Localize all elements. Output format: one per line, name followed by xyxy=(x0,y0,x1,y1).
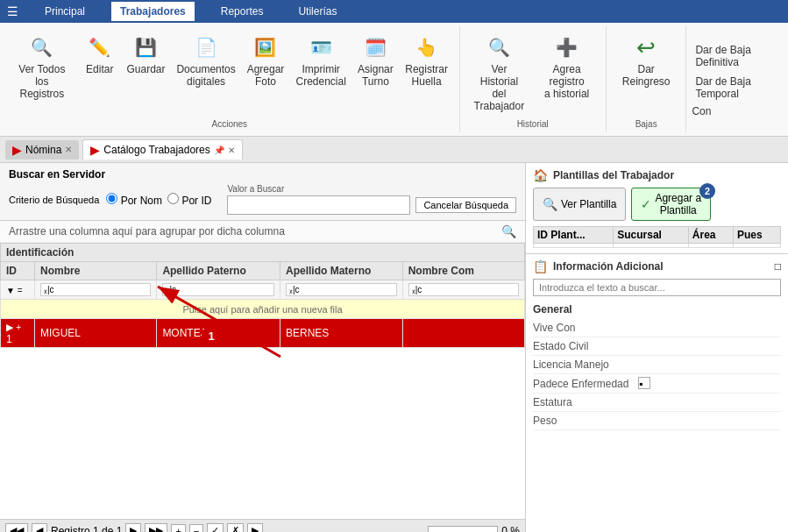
menu-tab-reportes[interactable]: Reportes xyxy=(212,2,273,21)
historial-button[interactable]: 🔍 Ver Historial del Trabajador xyxy=(467,30,532,116)
baja-definitiva-button[interactable]: Dar de Baja Definitiva xyxy=(692,42,783,70)
huella-button[interactable]: 👆 Registrar Huella xyxy=(401,30,452,91)
plantillas-section: 🏠 Plantillas del Trabajador 🔍 Ver Planti… xyxy=(526,163,788,254)
ribbon-group-bajas: ↩ Dar Reingreso Bajas xyxy=(607,26,687,132)
row-indicator-cell: ▶ + 1 xyxy=(1,319,35,348)
filter-nombre-com[interactable] xyxy=(408,283,519,296)
info-header: 📋 Información Adicional □ xyxy=(533,259,781,273)
nav-confirm-button[interactable]: ✓ xyxy=(207,523,224,532)
ver-plantilla-button[interactable]: 🔍 Ver Plantilla xyxy=(533,188,626,221)
baja-temporal-button[interactable]: Dar de Baja Temporal xyxy=(692,74,783,102)
status-bar: ◀◀ ◀ Registro 1 de 1 ▶ ▶▶ + − ✓ ✗ ▶ 0 % xyxy=(0,519,525,532)
radio-por-id[interactable] xyxy=(167,193,179,204)
progress-text: 0 % xyxy=(501,525,520,533)
add-historial-icon: ➕ xyxy=(553,33,581,61)
row-nombre-com xyxy=(402,319,524,348)
valor-buscar-label: Valor a Buscar xyxy=(227,184,516,194)
col-id-plant: ID Plant... xyxy=(534,227,614,244)
nomina-tab-icon: ▶ xyxy=(12,143,22,157)
nav-add-button[interactable]: + xyxy=(171,524,185,533)
main-content: Buscar en Servidor Criterio de Búsqueda … xyxy=(0,163,788,532)
col-pues: Pues xyxy=(733,227,780,244)
col-area: Área xyxy=(688,227,733,244)
padece-checkbox[interactable]: ▪ xyxy=(638,377,650,389)
search-area: Buscar en Servidor Criterio de Búsqueda … xyxy=(0,163,525,221)
filter-row: ▼ = xyxy=(1,280,525,300)
left-panel: Buscar en Servidor Criterio de Búsqueda … xyxy=(0,163,526,532)
filter-ap-materno[interactable] xyxy=(286,283,397,296)
menu-tab-trabajadores[interactable]: Trabajadores xyxy=(111,2,195,21)
nav-delete-button[interactable]: − xyxy=(189,524,203,533)
add-row-hint-row[interactable]: Pulse aquí para añadir una nueva fila xyxy=(1,300,525,319)
ver-plantilla-icon: 🔍 xyxy=(543,197,557,211)
nav-next-button[interactable]: ▶ xyxy=(125,523,141,532)
catalogo-close-icon[interactable]: ✕ xyxy=(228,145,235,155)
credencial-button[interactable]: 🪪 Imprimir Credencial xyxy=(292,30,350,91)
col-ap-paterno: Apellido Paterno xyxy=(157,262,280,280)
table-container: 1 Identificación ID Nombre Apellido Pate… xyxy=(0,243,525,519)
info-title: Información Adicional xyxy=(553,260,664,273)
ribbon: 🔍 Ver Todos los Registros ✏️ Editar 💾 Gu… xyxy=(0,23,788,137)
drag-hint: Arrastre una columna aquí para agrupar p… xyxy=(0,221,525,243)
search-title: Buscar en Servidor xyxy=(9,168,105,181)
document-icon: 📄 xyxy=(192,33,220,61)
agrea-button[interactable]: ➕ Agrea registro a historial xyxy=(535,30,599,103)
info-expand-icon[interactable]: □ xyxy=(775,260,781,273)
col-nombre: Nombre xyxy=(35,262,157,280)
nomina-close-icon[interactable]: ✕ xyxy=(65,145,72,154)
col-ap-materno: Apellido Materno xyxy=(280,262,402,280)
guardar-button[interactable]: 💾 Guardar xyxy=(123,30,170,79)
search-icon: 🔍 xyxy=(28,33,56,61)
info-search-input[interactable] xyxy=(533,279,781,296)
nav-cancel-button[interactable]: ✗ xyxy=(227,523,244,532)
agregar-plantilla-button[interactable]: ✓ Agregar a Plantilla 2 xyxy=(631,188,711,221)
search-input-area: Valor a Buscar Cancelar Búsqueda xyxy=(227,184,516,215)
reingreso-icon: ↩ xyxy=(632,33,660,61)
agregar-plantilla-icon: ✓ xyxy=(641,197,651,211)
catalogo-tab-label: Catálogo Trabajadores xyxy=(103,144,209,156)
search-input-row: Cancelar Búsqueda xyxy=(227,195,516,215)
cancel-search-button[interactable]: Cancelar Búsqueda xyxy=(415,197,516,213)
nav-prev-button[interactable]: ◀ xyxy=(32,523,47,532)
right-panel: 🏠 Plantillas del Trabajador 🔍 Ver Planti… xyxy=(526,163,788,532)
historial-label: Historial xyxy=(517,116,549,129)
field-licencia-manejo: Licencia Manejo xyxy=(533,356,781,374)
plantillas-icon: 🏠 xyxy=(533,168,548,182)
filter-ap-paterno[interactable] xyxy=(162,283,274,296)
plantillas-empty-row xyxy=(534,244,781,248)
historial-icon: 🔍 xyxy=(485,33,513,61)
ribbon-group-acciones: 🔍 Ver Todos los Registros ✏️ Editar 💾 Gu… xyxy=(0,26,460,132)
menu-bar: ☰ Principal Trabajadores Reportes Utiler… xyxy=(0,0,788,23)
table-section-header: Identificación xyxy=(1,244,525,262)
filter-icon: ▼ = xyxy=(6,286,23,295)
progress-area: 0 % xyxy=(428,525,520,533)
acciones-label: Acciones xyxy=(211,116,247,129)
reingreso-button[interactable]: ↩ Dar Reingreso xyxy=(614,30,679,91)
filter-nombre[interactable] xyxy=(40,283,151,296)
nav-first-button[interactable]: ◀◀ xyxy=(5,523,28,532)
nav-play-button[interactable]: ▶ xyxy=(247,523,263,532)
ver-todos-button[interactable]: 🔍 Ver Todos los Registros xyxy=(7,30,77,103)
documentos-button[interactable]: 📄 Documentos digitales xyxy=(173,30,239,91)
foto-button[interactable]: 🖼️ Agregar Foto xyxy=(243,30,288,91)
table-row[interactable]: ▶ + 1 MIGUEL MONTEJO BERNES xyxy=(1,319,525,348)
editar-button[interactable]: ✏️ Editar xyxy=(81,30,119,79)
radio-por-nom[interactable] xyxy=(106,193,117,204)
plantillas-table: ID Plant... Sucursal Área Pues xyxy=(533,226,781,248)
turno-button[interactable]: 🗓️ Asignar Turno xyxy=(353,30,397,91)
tab-nomina[interactable]: ▶ Nómina ✕ xyxy=(5,140,79,160)
menu-tab-utileries[interactable]: Utilerías xyxy=(289,2,345,21)
hamburger-icon[interactable]: ☰ xyxy=(7,4,18,18)
menu-tab-principal[interactable]: Principal xyxy=(36,2,94,21)
nav-last-button[interactable]: ▶▶ xyxy=(145,523,167,532)
info-group-title: General xyxy=(533,303,781,316)
data-table: Identificación ID Nombre Apellido Patern… xyxy=(0,243,525,348)
pin-icon[interactable]: 📌 xyxy=(214,145,224,155)
info-section: 📋 Información Adicional □ General Vive C… xyxy=(526,254,788,532)
search-input[interactable] xyxy=(227,195,410,215)
info-icon: 📋 xyxy=(533,259,548,273)
add-row-hint-cell[interactable]: Pulse aquí para añadir una nueva fila xyxy=(1,300,525,319)
credencial-icon: 🪪 xyxy=(307,33,335,61)
tab-catalogo[interactable]: ▶ Catálogo Trabajadores 📌 ✕ xyxy=(82,139,242,160)
col-nombre-com: Nombre Com xyxy=(402,262,524,280)
